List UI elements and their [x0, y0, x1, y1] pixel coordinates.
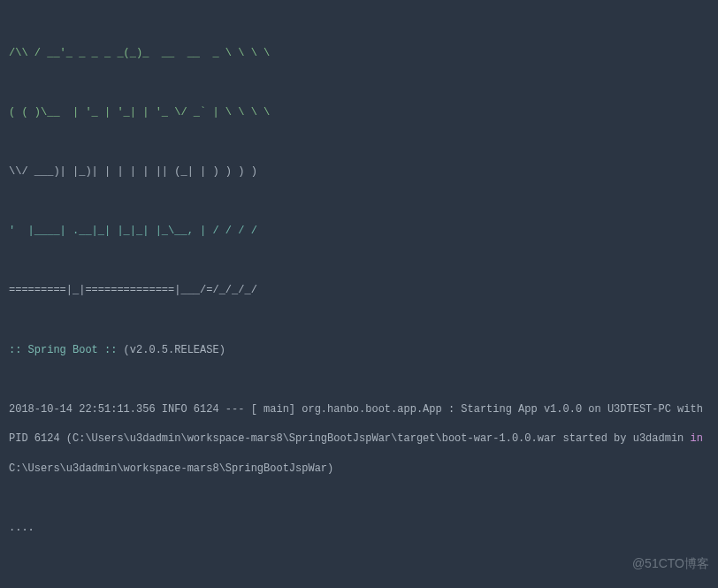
- ascii-art-line: \\/ ___)| |_)| | | | | || (_| | ) ) ) ): [9, 157, 709, 187]
- log-entry: 2018-10-14 22:51:11.356 INFO 6124 --- [ …: [9, 395, 709, 485]
- ascii-art-line: ( ( )\__ | '_ | '_| | '_ \/ _` | \ \ \ \: [9, 98, 709, 128]
- ascii-art-line: =========|_|==============|___/=/_/_/_/: [9, 276, 709, 306]
- spring-boot-version-text: (v2.0.5.RELEASE): [117, 344, 225, 356]
- log-dots: ....: [9, 573, 709, 588]
- log-text: 2018-10-14 22:51:11.356 INFO 6124 --- [ …: [9, 403, 709, 446]
- ascii-art-line: ' |____| .__|_| |_|_| |_\__, | / / / /: [9, 217, 709, 247]
- terminal-output: /\\ / __'_ _ _ _ _(_)_ __ __ _ \ \ \ \ (…: [9, 9, 709, 588]
- spring-boot-version: :: Spring Boot :: (v2.0.5.RELEASE): [9, 336, 709, 366]
- log-dots: ....: [9, 514, 709, 544]
- watermark-text: @51CTO博客: [632, 546, 709, 581]
- ascii-art-line: /\\ / __'_ _ _ _ _(_)_ __ __ _ \ \ \ \: [9, 39, 709, 69]
- spring-boot-prefix: :: Spring Boot ::: [9, 344, 117, 356]
- keyword-in: in: [691, 432, 703, 445]
